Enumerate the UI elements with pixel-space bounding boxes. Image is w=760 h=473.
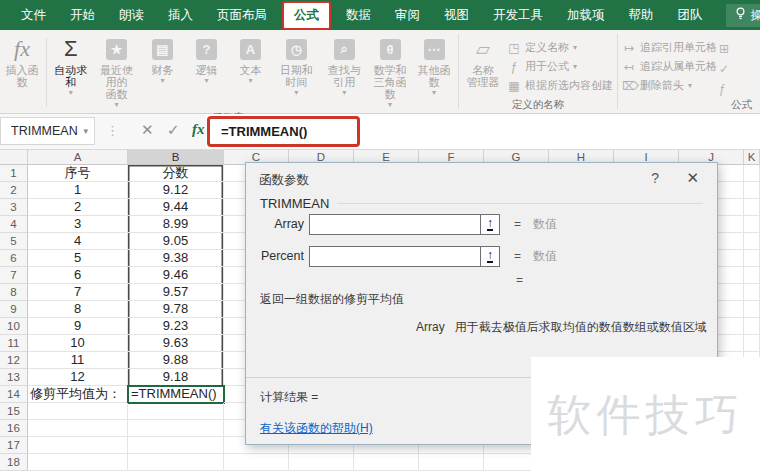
tab-insert[interactable]: 插入 xyxy=(159,3,202,28)
cell-A6[interactable]: 5 xyxy=(28,250,128,267)
dialog-close-icon[interactable]: ✕ xyxy=(686,169,699,187)
cell-B14[interactable]: =TRIMMEAN() xyxy=(128,386,224,403)
row-header-16[interactable]: 16 xyxy=(0,420,28,437)
ribbon-button-autosum[interactable]: Σ自动求和▾ xyxy=(49,34,93,99)
cell-B12[interactable]: 9.88 xyxy=(128,352,224,369)
row-header-9[interactable]: 9 xyxy=(0,301,28,318)
enter-icon[interactable]: ✓ xyxy=(167,121,180,139)
tab-home[interactable]: 开始 xyxy=(61,3,104,28)
cell-B16[interactable] xyxy=(128,420,224,437)
ribbon-button-lookup-reference[interactable]: ⌕查找与引用▾ xyxy=(320,34,368,99)
ribbon-button-more-functions[interactable]: ⋯其他函数▾ xyxy=(412,34,456,99)
tab-review[interactable]: 审阅 xyxy=(386,3,429,28)
cell-A10[interactable]: 9 xyxy=(28,318,128,335)
trace-dependents-button[interactable]: ↤追踪从属单元格 xyxy=(622,59,717,74)
tab-file[interactable]: 文件 xyxy=(12,3,55,28)
create-from-selection-button[interactable]: ▦根据所选内容创建 xyxy=(507,78,613,93)
row-header-11[interactable]: 11 xyxy=(0,335,28,352)
row-header-4[interactable]: 4 xyxy=(0,216,28,233)
cell-B2[interactable]: 9.12 xyxy=(128,182,224,199)
range-picker-button-array[interactable]: ↑ xyxy=(481,214,500,235)
cancel-icon[interactable]: ✕ xyxy=(141,121,154,139)
row-header-5[interactable]: 5 xyxy=(0,233,28,250)
cell-K2[interactable] xyxy=(744,182,760,199)
tab-formulas[interactable]: 公式 xyxy=(282,1,331,30)
function-help-link[interactable]: 有关该函数的帮助(H) xyxy=(260,420,373,437)
cell-E18[interactable] xyxy=(354,454,419,471)
row-header-8[interactable]: 8 xyxy=(0,284,28,301)
name-box-dropdown-icon[interactable]: ▾ xyxy=(83,126,88,136)
cell-A11[interactable]: 10 xyxy=(28,335,128,352)
cell-A13[interactable]: 12 xyxy=(28,369,128,386)
cell-B18[interactable] xyxy=(128,454,224,471)
select-all-corner[interactable] xyxy=(0,150,28,165)
define-name-button[interactable]: ◳定义名称▾ xyxy=(507,40,613,55)
tab-help[interactable]: 帮助 xyxy=(620,3,663,28)
row-header-10[interactable]: 10 xyxy=(0,318,28,335)
tab-add-ins[interactable]: 加载项 xyxy=(558,3,614,28)
tell-me-search[interactable]: 操作说明搜索 xyxy=(726,4,760,27)
row-header-1[interactable]: 1 xyxy=(0,165,28,182)
row-header-2[interactable]: 2 xyxy=(0,182,28,199)
cell-K5[interactable] xyxy=(744,233,760,250)
cell-K1[interactable] xyxy=(744,165,760,182)
ribbon-button-financial[interactable]: ▤财务▾ xyxy=(140,34,184,87)
cell-A3[interactable]: 2 xyxy=(28,199,128,216)
arg-input-array[interactable] xyxy=(309,214,481,235)
ribbon-button-recently-used[interactable]: ★最近使用的函数▾ xyxy=(93,34,141,111)
row-header-6[interactable]: 6 xyxy=(0,250,28,267)
cell-A16[interactable] xyxy=(28,420,128,437)
cell-K8[interactable] xyxy=(744,284,760,301)
row-header-12[interactable]: 12 xyxy=(0,352,28,369)
cell-A8[interactable]: 7 xyxy=(28,284,128,301)
cell-F18[interactable] xyxy=(419,454,484,471)
cell-K7[interactable] xyxy=(744,267,760,284)
cell-A12[interactable]: 11 xyxy=(28,352,128,369)
row-header-15[interactable]: 15 xyxy=(0,403,28,420)
use-in-formula-button[interactable]: ƒ用于公式▾ xyxy=(507,59,613,74)
dialog-help-icon[interactable]: ? xyxy=(651,170,659,186)
cell-A4[interactable]: 3 xyxy=(28,216,128,233)
cell-B8[interactable]: 9.57 xyxy=(128,284,224,301)
cell-A1[interactable]: 序号 xyxy=(28,165,128,182)
cell-K6[interactable] xyxy=(744,250,760,267)
cell-B17[interactable] xyxy=(128,437,224,454)
cell-B10[interactable]: 9.23 xyxy=(128,318,224,335)
cell-K10[interactable] xyxy=(744,318,760,335)
cell-A15[interactable] xyxy=(28,403,128,420)
cell-A7[interactable]: 6 xyxy=(28,267,128,284)
cell-A9[interactable]: 8 xyxy=(28,301,128,318)
cell-B11[interactable]: 9.63 xyxy=(128,335,224,352)
cell-B1[interactable]: 分数 xyxy=(128,165,224,182)
cell-B6[interactable]: 9.38 xyxy=(128,250,224,267)
col-header-K[interactable]: K xyxy=(744,150,760,165)
row-header-13[interactable]: 13 xyxy=(0,369,28,386)
cell-B5[interactable]: 9.05 xyxy=(128,233,224,250)
row-header-17[interactable]: 17 xyxy=(0,437,28,454)
tab-page-layout[interactable]: 页面布局 xyxy=(208,3,276,28)
cell-K3[interactable] xyxy=(744,199,760,216)
row-header-14[interactable]: 14 xyxy=(0,386,28,403)
trace-precedents-button[interactable]: ↦追踪引用单元格 xyxy=(622,40,717,55)
ribbon-button-text[interactable]: A文本▾ xyxy=(228,34,272,87)
name-manager-button[interactable]: ▱名称管理器 xyxy=(461,34,505,90)
ribbon-button-date-time[interactable]: ◷日期和时间▾ xyxy=(272,34,320,99)
col-header-A[interactable]: A xyxy=(28,150,128,165)
cell-B15[interactable] xyxy=(128,403,224,420)
cell-A5[interactable]: 4 xyxy=(28,233,128,250)
cell-B9[interactable]: 9.78 xyxy=(128,301,224,318)
cell-B7[interactable]: 9.46 xyxy=(128,267,224,284)
range-picker-button-percent[interactable]: ↑ xyxy=(481,246,500,267)
tab-team[interactable]: 团队 xyxy=(669,3,712,28)
cell-B13[interactable]: 9.18 xyxy=(128,369,224,386)
cell-D18[interactable] xyxy=(289,454,354,471)
cell-K4[interactable] xyxy=(744,216,760,233)
ribbon-button-math-trig[interactable]: θ数学和三角函数▾ xyxy=(368,34,412,111)
tab-read[interactable]: 朗读 xyxy=(110,3,153,28)
tab-view[interactable]: 视图 xyxy=(435,3,478,28)
insert-function-button[interactable]: fx插入函数 xyxy=(0,34,44,90)
cell-B3[interactable]: 9.44 xyxy=(128,199,224,216)
row-header-3[interactable]: 3 xyxy=(0,199,28,216)
cell-C18[interactable] xyxy=(224,454,289,471)
cell-A14[interactable]: 修剪平均值为： xyxy=(28,386,128,403)
